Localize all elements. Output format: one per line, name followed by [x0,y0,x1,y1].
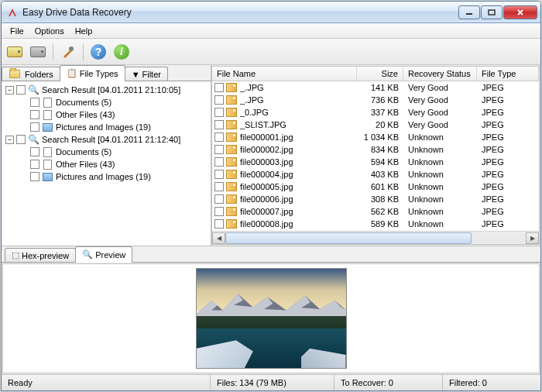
checkbox[interactable] [214,182,224,191]
checkbox[interactable] [214,120,224,129]
scroll-right-icon[interactable]: ▶ [526,232,539,244]
file-row[interactable]: file000006.jpg308 KBUnknownJPEG [212,193,539,205]
file-row[interactable]: _.JPG141 KBVery GoodJPEG [212,81,539,94]
jpeg-icon [226,207,237,216]
checkbox[interactable] [214,145,224,154]
file-size: 20 KB [357,120,403,129]
horizontal-scrollbar[interactable]: ◀ ▶ [212,231,539,244]
jpeg-icon [226,145,237,154]
file-row[interactable]: file000003.jpg594 KBUnknownJPEG [212,156,539,168]
file-icon [42,110,53,120]
left-pane: Folders 📋File Types ▼Filter − 🔍 Search R… [2,65,211,246]
tree-view[interactable]: − 🔍 Search Result [04.01.2011 21:10:05] … [2,81,211,246]
scroll-thumb[interactable] [225,232,472,244]
scroll-left-icon[interactable]: ◀ [212,232,225,244]
collapse-icon[interactable]: − [5,86,14,95]
filetype-icon: 📋 [67,68,77,78]
file-type: JPEG [477,194,539,204]
checkbox[interactable] [30,110,39,119]
toolbar-help-button[interactable]: ? [88,42,108,62]
status-recover: To Recover: 0 [334,375,443,390]
checkbox[interactable] [214,83,224,92]
file-row[interactable]: _SLIST.JPG20 KBVery GoodJPEG [212,119,539,131]
checkbox[interactable] [30,172,39,181]
tree-result-2[interactable]: − 🔍 Search Result [04.01.2011 21:12:40] [4,133,208,146]
column-size[interactable]: Size [357,67,403,81]
tree-item[interactable]: Pictures and Images (19) [4,170,208,183]
checkbox[interactable] [30,122,39,132]
doc-icon [42,98,53,108]
file-recovery: Very Good [403,83,477,92]
file-row[interactable]: file000004.jpg403 KBUnknownJPEG [212,168,539,181]
jpeg-icon [226,83,237,92]
file-recovery: Very Good [403,95,477,105]
checkbox[interactable] [30,98,39,107]
main-panes: Folders 📋File Types ▼Filter − 🔍 Search R… [2,65,540,246]
tree-item[interactable]: Pictures and Images (19) [4,121,208,133]
file-recovery: Unknown [403,157,477,167]
collapse-icon[interactable]: − [5,136,14,144]
tab-filter[interactable]: ▼Filter [125,67,168,81]
file-row[interactable]: file000007.jpg562 KBUnknownJPEG [212,205,539,218]
app-window: Easy Drive Data Recovery File Options He… [1,1,541,391]
checkbox[interactable] [214,108,224,117]
file-recovery: Unknown [403,132,477,142]
tab-preview[interactable]: 🔍Preview [75,246,132,262]
checkbox[interactable] [214,157,224,167]
file-type: JPEG [477,95,539,105]
checkbox[interactable] [16,85,26,95]
checkbox[interactable] [30,160,39,169]
checkbox[interactable] [214,132,224,142]
file-type: JPEG [477,120,539,129]
jpeg-icon [226,170,237,179]
file-row[interactable]: file000001.jpg1 034 KBUnknownJPEG [212,131,539,143]
tree-result-1[interactable]: − 🔍 Search Result [04.01.2011 21:10:05] [4,84,208,96]
column-recovery[interactable]: Recovery Status [403,67,477,81]
file-row[interactable]: _0.JPG337 KBVery GoodJPEG [212,106,539,119]
tree-item[interactable]: Documents (5) [4,146,208,158]
checkbox[interactable] [214,219,224,229]
preview-icon: 🔍 [82,249,93,260]
checkbox[interactable] [214,95,224,105]
column-filename[interactable]: File Name [212,67,357,81]
file-row[interactable]: file000005.jpg601 KBUnknownJPEG [212,181,539,193]
menu-options[interactable]: Options [29,25,70,37]
preview-pane: ⬚Hex-preview 🔍Preview [2,246,540,374]
window-title: Easy Drive Data Recovery [22,7,458,18]
file-row[interactable]: file000002.jpg834 KBUnknownJPEG [212,143,539,156]
tab-folders[interactable]: Folders [2,67,60,81]
file-row[interactable]: file000008.jpg589 KBUnknownJPEG [212,218,539,230]
checkbox[interactable] [16,135,26,144]
file-row[interactable]: _.JPG736 KBVery GoodJPEG [212,94,539,106]
close-button[interactable] [503,5,537,19]
menu-help[interactable]: Help [70,25,98,37]
tree-item[interactable]: Other Files (43) [4,108,208,121]
column-filetype[interactable]: File Type [477,67,539,81]
status-files: Files: 134 (79 MB) [211,375,334,390]
checkbox[interactable] [214,207,224,216]
toolbar-about-button[interactable]: i [111,42,132,62]
checkbox[interactable] [30,147,39,156]
tab-file-types[interactable]: 📋File Types [60,65,125,81]
tree-item[interactable]: Documents (5) [4,96,208,108]
file-size: 403 KB [357,170,403,179]
jpeg-icon [226,120,237,129]
tab-hex-preview[interactable]: ⬚Hex-preview [5,248,76,262]
hex-icon: ⬚ [12,250,19,260]
checkbox[interactable] [214,194,224,204]
menu-file[interactable]: File [5,25,29,37]
titlebar[interactable]: Easy Drive Data Recovery [2,2,540,23]
left-tabs: Folders 📋File Types ▼Filter [2,65,211,81]
file-recovery: Unknown [403,194,477,204]
menubar: File Options Help [2,23,540,39]
toolbar-recover-button[interactable] [28,42,48,62]
minimize-button[interactable] [458,5,480,19]
toolbar-options-button[interactable] [58,42,78,62]
toolbar-scan-button[interactable] [5,42,25,62]
file-name: _.JPG [240,95,357,105]
checkbox[interactable] [214,170,224,179]
scroll-track[interactable] [225,232,526,244]
file-list[interactable]: _.JPG141 KBVery GoodJPEG_.JPG736 KBVery … [212,81,539,231]
maximize-button[interactable] [481,5,503,19]
tree-item[interactable]: Other Files (43) [4,158,208,170]
